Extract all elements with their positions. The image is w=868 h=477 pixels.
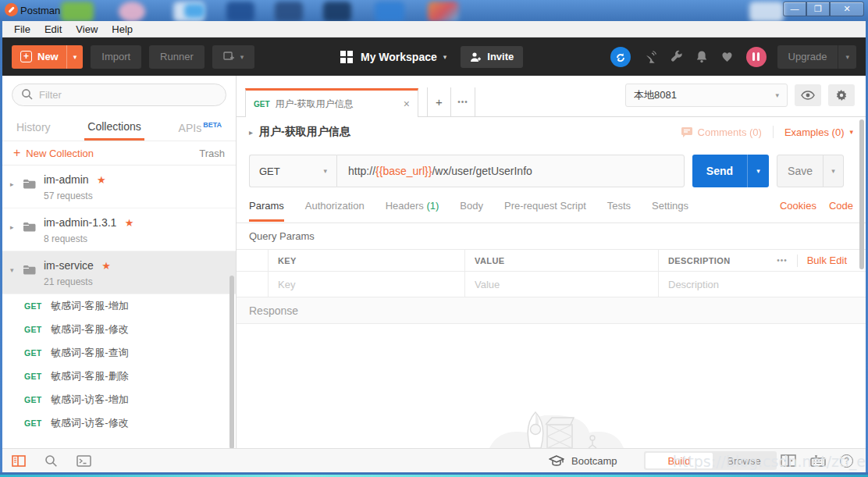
send-options-caret[interactable]: ▾ <box>747 155 769 187</box>
main-scrollbar[interactable] <box>859 119 864 269</box>
console-button[interactable] <box>76 455 91 467</box>
tab-strip: GET 用户-获取用户信息 × + ••• 本地8081 ▾ <box>237 76 866 117</box>
watermark: https://blog.csdn.net/zti_e <box>673 453 866 470</box>
caret-down-icon: ▾ <box>443 53 447 61</box>
import-button[interactable]: Import <box>91 45 141 69</box>
request-item[interactable]: GET 敏感词-客服-查询 <box>2 341 236 365</box>
rocket-illustration <box>478 393 635 448</box>
menu-view[interactable]: View <box>69 23 105 35</box>
method-selector[interactable]: GET ▾ <box>249 155 336 187</box>
save-button[interactable]: Save ▾ <box>777 155 844 187</box>
save-options-caret[interactable]: ▾ <box>823 155 843 187</box>
open-new-window-button[interactable]: ▾ <box>212 45 255 69</box>
request-item[interactable]: GET 敏感词-访客-增加 <box>2 388 236 411</box>
collection-row-im-admin-1-3-1[interactable]: ▸ im-admin-1.3.1 ★ 8 requests <box>2 208 236 251</box>
expand-arrow-icon[interactable]: ▸ <box>10 180 21 188</box>
row-drag-handle[interactable] <box>237 272 268 297</box>
favorites-heart-icon[interactable] <box>720 51 734 62</box>
new-collection-button[interactable]: +New Collection <box>13 146 94 160</box>
user-avatar[interactable] <box>746 47 767 67</box>
expand-arrow-icon[interactable]: ▸ <box>10 223 21 231</box>
tab-collections[interactable]: Collections <box>84 115 144 141</box>
params-table-row <box>237 272 866 297</box>
trash-button[interactable]: Trash <box>199 148 225 159</box>
close-button[interactable]: ✕ <box>830 2 864 16</box>
collapse-arrow-icon[interactable]: ▾ <box>10 266 21 274</box>
environment-quick-look-button[interactable] <box>795 84 821 106</box>
send-button[interactable]: Send ▾ <box>692 155 769 187</box>
folder-icon <box>23 264 36 278</box>
runner-button[interactable]: Runner <box>149 45 205 69</box>
notifications-bell-icon[interactable] <box>695 50 708 63</box>
cookies-link[interactable]: Cookies <box>780 200 816 212</box>
more-options-icon[interactable]: ••• <box>777 256 788 265</box>
params-table: KEY VALUE DESCRIPTION ••• Bulk Edit <box>237 249 866 297</box>
request-item[interactable]: GET 敏感词-访客-修改 <box>2 411 236 435</box>
taskbar-icon-blur <box>275 2 303 21</box>
request-title: 用户-获取用户信息 <box>259 125 681 139</box>
request-item[interactable]: GET 敏感词-客服-修改 <box>2 318 236 341</box>
expand-arrow-icon[interactable]: ▸ <box>249 128 253 137</box>
find-button[interactable] <box>44 454 58 468</box>
method-badge: GET <box>24 395 51 404</box>
upgrade-caret-icon[interactable]: ▾ <box>838 45 856 69</box>
tab-authorization[interactable]: Authorization <box>305 200 365 219</box>
collection-row-im-admin[interactable]: ▸ im-admin ★ 57 requests <box>2 166 236 208</box>
tab-params[interactable]: Params <box>249 200 284 222</box>
graduation-cap-icon <box>549 455 564 466</box>
menu-file[interactable]: File <box>7 23 37 35</box>
request-tab[interactable]: GET 用户-获取用户信息 × <box>245 88 418 117</box>
taskbar-icon-blur <box>323 2 351 21</box>
filter-input[interactable] <box>12 84 226 106</box>
bulk-edit-link[interactable]: Bulk Edit <box>807 255 847 266</box>
tab-settings[interactable]: Settings <box>652 200 688 219</box>
tab-options-button[interactable]: ••• <box>451 87 475 116</box>
eye-icon <box>801 91 815 100</box>
url-input[interactable]: http://{{base_url}}/wx/user/getUserInfo <box>336 155 685 187</box>
taskbar-icon-blur <box>375 2 404 21</box>
environment-selector[interactable]: 本地8081 ▾ <box>625 84 788 107</box>
new-tab-button[interactable]: + <box>427 87 451 116</box>
tab-body[interactable]: Body <box>460 200 483 219</box>
minimize-button[interactable]: — <box>783 2 806 16</box>
tab-history[interactable]: History <box>13 116 54 139</box>
star-icon: ★ <box>125 217 134 229</box>
toggle-sidebar-button[interactable] <box>12 455 26 467</box>
menu-help[interactable]: Help <box>105 23 140 35</box>
maximize-button[interactable]: ❐ <box>806 2 830 16</box>
taskbar-icon-blur <box>61 2 94 21</box>
plus-icon: + <box>13 146 20 160</box>
tab-pre-request-script[interactable]: Pre-request Script <box>504 200 586 219</box>
person-plus-icon <box>470 52 482 62</box>
param-key-input[interactable] <box>278 279 455 290</box>
new-dropdown-caret[interactable]: ▾ <box>66 45 84 69</box>
bootcamp-button[interactable]: Bootcamp <box>549 449 617 472</box>
sync-status-icon[interactable] <box>610 47 631 67</box>
upgrade-button[interactable]: Upgrade ▾ <box>777 45 856 69</box>
comments-button[interactable]: Comments (0) <box>681 126 762 138</box>
menu-edit[interactable]: Edit <box>37 23 69 35</box>
folder-icon <box>23 178 36 192</box>
tab-tests[interactable]: Tests <box>607 200 631 219</box>
examples-button[interactable]: Examples (0) ▾ <box>784 126 853 138</box>
window-title: Postman <box>20 5 60 16</box>
collection-row-im-service[interactable]: ▾ im-service ★ 21 requests <box>2 251 236 294</box>
settings-wrench-icon[interactable] <box>670 50 683 63</box>
main-toolbar: + New ▾ Import Runner ▾ My Workspace ▾ I… <box>2 37 866 76</box>
environment-settings-button[interactable] <box>828 84 855 106</box>
close-icon[interactable]: × <box>404 98 410 110</box>
invite-button[interactable]: Invite <box>461 46 523 68</box>
menu-bar: File Edit View Help <box>2 21 866 37</box>
workspace-switcher[interactable]: My Workspace ▾ Invite <box>340 46 523 68</box>
sidebar-scrollbar[interactable] <box>229 276 234 448</box>
new-button[interactable]: + New ▾ <box>12 45 83 69</box>
param-description-input[interactable] <box>668 279 856 290</box>
tab-apis[interactable]: APIsBETA <box>176 116 225 140</box>
param-value-input[interactable] <box>475 279 649 290</box>
status-satellite-icon[interactable] <box>643 50 657 63</box>
star-icon: ★ <box>97 174 106 186</box>
request-item[interactable]: GET 敏感词-客服-增加 <box>2 294 236 318</box>
tab-headers[interactable]: Headers (1) <box>386 200 439 219</box>
request-item[interactable]: GET 敏感词-客服-删除 <box>2 365 236 388</box>
code-link[interactable]: Code <box>829 200 853 212</box>
